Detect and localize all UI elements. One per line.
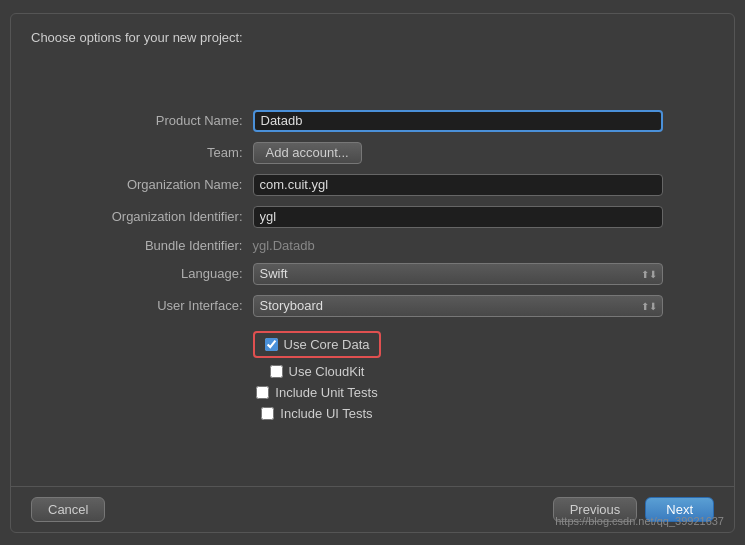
use-core-data-box: Use Core Data <box>253 331 382 358</box>
dialog-content: Product Name: Team: Add account... Organ… <box>11 55 734 486</box>
include-ui-tests-checkbox[interactable] <box>261 407 274 420</box>
org-name-row: Organization Name: <box>83 174 663 196</box>
product-name-row: Product Name: <box>83 110 663 132</box>
team-label: Team: <box>83 145 253 160</box>
language-select[interactable]: Swift Objective-C <box>253 263 663 285</box>
new-project-dialog: Choose options for your new project: Pro… <box>10 13 735 533</box>
org-id-label: Organization Identifier: <box>83 209 253 224</box>
use-cloudkit-label: Use CloudKit <box>289 364 365 379</box>
add-account-button[interactable]: Add account... <box>253 142 362 164</box>
language-label: Language: <box>83 266 253 281</box>
org-name-label: Organization Name: <box>83 177 253 192</box>
ui-label: User Interface: <box>83 298 253 313</box>
form-container: Product Name: Team: Add account... Organ… <box>83 110 663 431</box>
include-ui-tests-label: Include UI Tests <box>280 406 372 421</box>
ui-row: User Interface: Storyboard SwiftUI ⬆⬇ <box>83 295 663 317</box>
product-name-label: Product Name: <box>83 113 253 128</box>
bundle-id-value: ygl.Datadb <box>253 238 663 253</box>
checkboxes-row: Use Core Data Use CloudKit Include Unit … <box>83 327 663 421</box>
org-id-input[interactable] <box>253 206 663 228</box>
include-ui-tests-row: Include UI Tests <box>261 406 372 421</box>
dialog-title: Choose options for your new project: <box>11 14 734 55</box>
product-name-input[interactable] <box>253 110 663 132</box>
checkboxes-section: Use Core Data Use CloudKit Include Unit … <box>253 331 382 421</box>
footer-left: Cancel <box>31 497 105 522</box>
ui-select-wrapper: Storyboard SwiftUI ⬆⬇ <box>253 295 663 317</box>
include-unit-tests-row: Include Unit Tests <box>256 385 377 400</box>
use-core-data-label: Use Core Data <box>284 337 370 352</box>
cancel-button[interactable]: Cancel <box>31 497 105 522</box>
bundle-id-label: Bundle Identifier: <box>83 238 253 253</box>
include-unit-tests-checkbox[interactable] <box>256 386 269 399</box>
language-select-wrapper: Swift Objective-C ⬆⬇ <box>253 263 663 285</box>
org-name-input[interactable] <box>253 174 663 196</box>
team-row: Team: Add account... <box>83 142 663 164</box>
use-cloudkit-row: Use CloudKit <box>270 364 365 379</box>
use-core-data-checkbox[interactable] <box>265 338 278 351</box>
use-cloudkit-checkbox[interactable] <box>270 365 283 378</box>
org-id-row: Organization Identifier: <box>83 206 663 228</box>
language-row: Language: Swift Objective-C ⬆⬇ <box>83 263 663 285</box>
include-unit-tests-label: Include Unit Tests <box>275 385 377 400</box>
url-bar: https://blog.csdn.net/qq_39921637 <box>555 515 724 527</box>
ui-select[interactable]: Storyboard SwiftUI <box>253 295 663 317</box>
bundle-id-row: Bundle Identifier: ygl.Datadb <box>83 238 663 253</box>
